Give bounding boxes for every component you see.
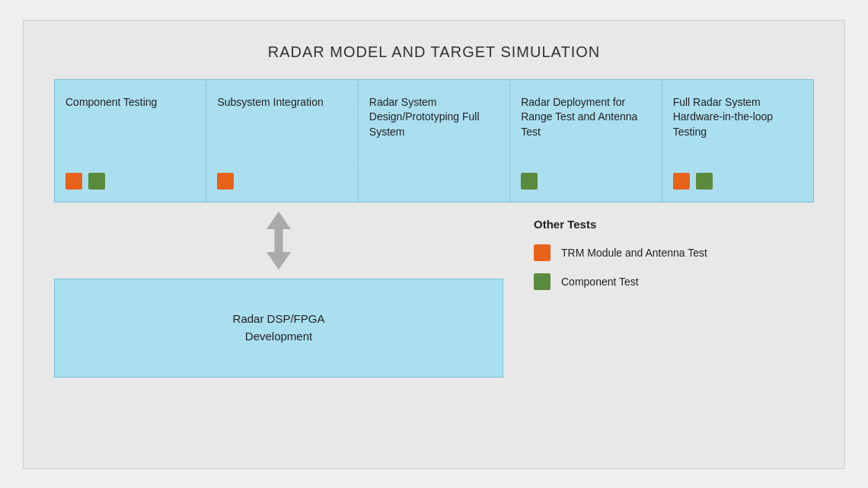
cell-title-radar-system-design: Radar System Design/Prototyping Full Sys… xyxy=(369,95,499,140)
right-col: Other Tests TRM Module and Antenna Test … xyxy=(503,203,814,302)
green-icon-2 xyxy=(521,173,538,190)
cell-title-component-testing: Component Testing xyxy=(65,95,157,110)
cell-radar-system-design: Radar System Design/Prototyping Full Sys… xyxy=(359,80,510,202)
cell-icons-full-radar-system xyxy=(673,167,713,190)
cell-title-subsystem-integration: Subsystem Integration xyxy=(217,95,323,110)
orange-icon-1 xyxy=(65,173,82,190)
cell-title-full-radar-system: Full Radar System Hardware-in-the-loop T… xyxy=(673,95,803,140)
legend-item-trm: TRM Module and Antenna Test xyxy=(534,244,707,261)
orange-icon-3 xyxy=(673,173,690,190)
double-arrow xyxy=(256,210,302,271)
cell-radar-deployment: Radar Deployment for Range Test and Ante… xyxy=(510,80,662,202)
orange-icon-2 xyxy=(217,173,234,190)
cell-subsystem-integration: Subsystem Integration xyxy=(206,80,358,202)
legend-label-trm: TRM Module and Antenna Test xyxy=(561,247,707,259)
bottom-left-box: Radar DSP/FPGADevelopment xyxy=(54,279,503,378)
bottom-left-title: Radar DSP/FPGADevelopment xyxy=(233,311,325,345)
legend-orange-icon xyxy=(534,244,550,261)
outer-container: RADAR MODEL AND TARGET SIMULATION Compon… xyxy=(23,20,845,469)
main-title: RADAR MODEL AND TARGET SIMULATION xyxy=(54,43,814,61)
double-arrow-svg xyxy=(256,210,302,271)
green-icon-3 xyxy=(696,173,713,190)
arrow-and-bottom: Radar DSP/FPGADevelopment Other Tests TR… xyxy=(54,203,814,378)
legend-label-component: Component Test xyxy=(561,276,639,288)
top-band: Component Testing Subsystem Integration … xyxy=(54,79,814,203)
cell-icons-subsystem-integration xyxy=(217,167,234,190)
svg-marker-1 xyxy=(266,228,291,269)
cell-icons-radar-deployment xyxy=(521,167,538,190)
legend-item-component: Component Test xyxy=(534,273,707,290)
cell-icons-component-testing xyxy=(65,167,105,190)
content-wrapper: Component Testing Subsystem Integration … xyxy=(54,79,814,378)
green-icon-1 xyxy=(88,173,105,190)
legend-area: Other Tests TRM Module and Antenna Test … xyxy=(534,218,707,302)
legend-green-icon xyxy=(534,273,550,290)
left-col: Radar DSP/FPGADevelopment xyxy=(54,203,503,378)
legend-title: Other Tests xyxy=(534,218,707,231)
cell-title-radar-deployment: Radar Deployment for Range Test and Ante… xyxy=(521,95,650,140)
cell-full-radar-system: Full Radar System Hardware-in-the-loop T… xyxy=(662,80,813,202)
cell-component-testing: Component Testing xyxy=(55,80,206,202)
